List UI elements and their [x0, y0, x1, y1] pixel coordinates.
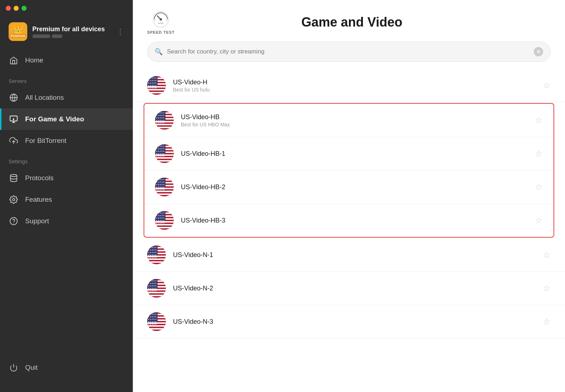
flag-us-video-hb-2: ★★★★★★★★★★★★★★★★★★★★★★★★★: [155, 178, 174, 196]
favorite-us-video-hb-2-button[interactable]: ☆: [535, 183, 543, 191]
sidebar: 👑 Premium Premium for all devices ⋮ Home…: [0, 0, 133, 392]
server-us-video-hb-3-info: US-Video-HB-3: [181, 217, 528, 224]
sidebar-item-protocols[interactable]: Protocols: [0, 167, 133, 189]
settings-icon: [9, 195, 19, 205]
sidebar-item-for-game-video[interactable]: For Game & Video: [0, 108, 133, 130]
svg-text:km/h: km/h: [158, 22, 164, 24]
svg-rect-1: [10, 116, 17, 121]
flag-us-video-n-3: ★★★★★★★★★★★★★★★★★★★★★★★★★: [147, 312, 166, 331]
svg-point-3: [10, 174, 17, 177]
flag-us-video-n-2: ★★★★★★★★★★★★★★★★★★★★★★★★★: [147, 279, 166, 298]
dot-blur-1: [32, 34, 50, 38]
server-us-video-n-2-info: US-Video-N-2: [173, 285, 536, 292]
help-circle-icon: [9, 216, 19, 226]
server-item-us-video-hb-2[interactable]: ★★★★★★★★★★★★★★★★★★★★★★★★★ US-Video-HB-2 …: [144, 171, 554, 204]
close-window-button[interactable]: [6, 6, 11, 11]
server-item-us-video-hb-1[interactable]: ★★★★★★★★★★★★★★★★★★★★★★★★★ US-Video-HB-1 …: [144, 137, 554, 171]
favorite-us-video-h-button[interactable]: ☆: [543, 81, 551, 90]
play-icon: [9, 114, 19, 124]
search-icon: 🔍: [155, 48, 163, 56]
dot-blur-2: [52, 34, 62, 38]
svg-text:∞: ∞: [166, 19, 168, 22]
server-item-us-video-h[interactable]: ★★★★★★★★★★★★★★★★★★★★★★★★★ US-Video-H Bes…: [133, 69, 565, 102]
clear-search-button[interactable]: ✕: [534, 47, 543, 56]
svg-point-5: [10, 218, 17, 225]
server-us-video-n-1-info: US-Video-N-1: [173, 251, 536, 259]
server-item-us-video-n-3[interactable]: ★★★★★★★★★★★★★★★★★★★★★★★★★ US-Video-N-3 ☆: [133, 305, 565, 339]
server-item-us-video-n-2[interactable]: ★★★★★★★★★★★★★★★★★★★★★★★★★ US-Video-N-2 ☆: [133, 272, 565, 305]
favorite-us-video-n-3-button[interactable]: ☆: [543, 317, 551, 326]
favorite-us-video-hb-1-button[interactable]: ☆: [535, 149, 543, 158]
sidebar-item-all-locations[interactable]: All Locations: [0, 87, 133, 108]
sidebar-item-for-bittorrent-label: For BitTorrent: [25, 137, 66, 145]
server-item-us-video-hb-3[interactable]: ★★★★★★★★★★★★★★★★★★★★★★★★★ US-Video-HB-3 …: [144, 204, 554, 237]
home-icon: [9, 55, 19, 65]
server-us-video-hb-1-info: US-Video-HB-1: [181, 150, 528, 158]
main-header: km/h 0 ∞ SPEED TEST Game and Video: [133, 0, 565, 42]
svg-point-9: [160, 19, 162, 20]
speed-test-label: SPEED TEST: [147, 30, 174, 34]
sidebar-item-for-game-video-label: For Game & Video: [25, 115, 84, 123]
favorite-us-video-n-2-button[interactable]: ☆: [543, 284, 551, 293]
sidebar-bottom: Quit: [0, 350, 133, 392]
svg-point-4: [13, 199, 15, 201]
server-us-video-h-desc: Best for US hulu: [173, 87, 536, 93]
speedometer-icon: km/h 0 ∞: [151, 10, 170, 29]
window-controls: [0, 0, 133, 11]
flag-us-video-hb: ★★★★★★★★★★★★★★★★★★★★★★★★★: [155, 111, 174, 130]
sidebar-item-for-bittorrent[interactable]: For BitTorrent: [0, 130, 133, 151]
server-us-video-h-info: US-Video-H Best for US hulu: [173, 79, 536, 93]
power-icon: [9, 363, 19, 373]
server-us-video-hb-1-name: US-Video-HB-1: [181, 150, 528, 158]
page-title: Game and Video: [182, 15, 522, 30]
server-us-video-hb-3-name: US-Video-HB-3: [181, 217, 528, 224]
quit-button[interactable]: Quit: [9, 358, 124, 378]
sidebar-item-home[interactable]: Home: [0, 50, 133, 71]
header-dots: [32, 34, 105, 38]
server-us-video-hb-2-name: US-Video-HB-2: [181, 183, 528, 191]
server-us-video-n-3-name: US-Video-N-3: [173, 318, 536, 326]
sidebar-item-features-label: Features: [25, 196, 52, 204]
flag-us-video-n-1: ★★★★★★★★★★★★★★★★★★★★★★★★★: [147, 246, 166, 264]
minimize-window-button[interactable]: [14, 6, 19, 11]
sidebar-item-support-label: Support: [25, 217, 49, 225]
sidebar-item-all-locations-label: All Locations: [25, 94, 64, 102]
favorite-us-video-hb-3-button[interactable]: ☆: [535, 216, 543, 225]
sidebar-item-home-label: Home: [25, 56, 43, 64]
crown-icon: 👑: [13, 25, 23, 33]
server-us-video-hb-desc: Best for US HBO Max: [181, 122, 528, 127]
layers-icon: [9, 173, 19, 183]
search-input[interactable]: [167, 48, 529, 55]
search-bar: 🔍 ✕: [147, 42, 551, 62]
more-options-button[interactable]: ⋮: [117, 27, 124, 36]
server-item-us-video-hb[interactable]: ★★★★★★★★★★★★★★★★★★★★★★★★★ US-Video-HB Be…: [144, 104, 554, 137]
maximize-window-button[interactable]: [22, 6, 27, 11]
favorite-us-video-n-1-button[interactable]: ☆: [543, 251, 551, 259]
server-list: ★★★★★★★★★★★★★★★★★★★★★★★★★ US-Video-H Bes…: [133, 69, 565, 392]
highlight-group: ★★★★★★★★★★★★★★★★★★★★★★★★★ US-Video-HB Be…: [144, 103, 554, 238]
crown-badge: 👑 Premium: [9, 22, 27, 41]
server-us-video-hb-info: US-Video-HB Best for US HBO Max: [181, 113, 528, 127]
flag-us-video-hb-1: ★★★★★★★★★★★★★★★★★★★★★★★★★: [155, 144, 174, 163]
server-item-us-video-n-1[interactable]: ★★★★★★★★★★★★★★★★★★★★★★★★★ US-Video-N-1 ☆: [133, 238, 565, 272]
sidebar-item-support[interactable]: Support: [0, 210, 133, 232]
speed-test-button[interactable]: km/h 0 ∞ SPEED TEST: [147, 10, 174, 34]
sidebar-header: 👑 Premium Premium for all devices ⋮: [0, 11, 133, 50]
svg-text:0: 0: [154, 19, 156, 22]
sidebar-item-protocols-label: Protocols: [25, 174, 53, 182]
flag-us-video-h: ★★★★★★★★★★★★★★★★★★★★★★★★★: [147, 76, 166, 95]
server-us-video-h-name: US-Video-H: [173, 79, 536, 86]
favorite-us-video-hb-button[interactable]: ☆: [535, 116, 543, 125]
quit-label: Quit: [25, 364, 38, 372]
flag-us-video-hb-3: ★★★★★★★★★★★★★★★★★★★★★★★★★: [155, 211, 174, 230]
server-us-video-hb-name: US-Video-HB: [181, 113, 528, 121]
globe-icon: [9, 93, 19, 103]
premium-label: Premium: [9, 34, 27, 38]
settings-section-label: Settings: [0, 151, 133, 167]
main-content: km/h 0 ∞ SPEED TEST Game and Video 🔍 ✕ ★…: [133, 0, 565, 392]
server-us-video-n-2-name: US-Video-N-2: [173, 285, 536, 292]
server-us-video-hb-2-info: US-Video-HB-2: [181, 183, 528, 191]
server-us-video-n-1-name: US-Video-N-1: [173, 251, 536, 259]
sidebar-nav: Home Servers All Locations For Game & Vi…: [0, 50, 133, 350]
sidebar-item-features[interactable]: Features: [0, 189, 133, 210]
